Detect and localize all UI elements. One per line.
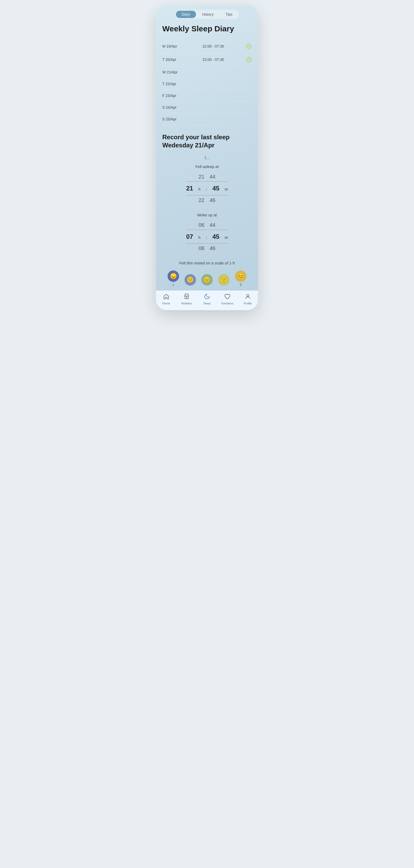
sleep-entry-sun[interactable]: S 25/Apr xyxy=(162,114,252,125)
main-content: Weekly Sleep Diary M 19/Apr 22:00 - 07:3… xyxy=(156,22,258,310)
nav-label-nutrition: Nutrition xyxy=(181,302,192,305)
nav-item-nutrition[interactable]: Nutrition xyxy=(179,293,195,305)
fell-asleep-picker[interactable]: 21 44 21 h : 45 m 22 46 xyxy=(162,172,252,205)
nav-item-emotions[interactable]: Emotions xyxy=(219,293,235,305)
woke-up-selected: 07 h : 45 m xyxy=(186,230,228,244)
fell-asleep-selected: 21 h : 45 m xyxy=(186,181,228,195)
sleep-entry-fri[interactable]: F 23/Apr xyxy=(162,90,252,102)
emoji-circle-1: 😞 xyxy=(168,271,179,282)
emoji-num-5: 5 xyxy=(240,283,241,287)
emotions-icon xyxy=(224,293,231,301)
day-label-mon: M 19/Apr xyxy=(162,44,181,48)
tab-tips[interactable]: Tips xyxy=(220,11,238,18)
emoji-circle-4: 🙂 xyxy=(218,274,230,286)
sleep-entry-tue[interactable]: T 20/Apr 22:00 - 07:30 xyxy=(162,53,252,66)
tab-diary[interactable]: Diary xyxy=(176,11,196,18)
woke-up-below: 08 46 xyxy=(199,244,216,253)
nav-item-home[interactable]: Home xyxy=(158,293,174,305)
day-label-sat: S 24/Apr xyxy=(162,105,181,110)
profile-icon xyxy=(245,293,251,301)
time-range-tue: 22:00 - 07:30 xyxy=(181,58,246,62)
dot-mon xyxy=(246,43,252,49)
day-label-fri: F 23/Apr xyxy=(162,94,181,98)
page-title: Weekly Sleep Diary xyxy=(162,24,252,33)
emoji-circle-5: 😊 xyxy=(235,271,246,282)
emoji-scale: 😞 1 😕 😐 🙂 xyxy=(162,271,252,287)
day-label-sun: S 25/Apr xyxy=(162,117,181,121)
emoji-item-3[interactable]: 😐 xyxy=(201,274,213,287)
woke-up-above: 06 44 xyxy=(199,220,216,230)
sleep-entry-wed[interactable]: W 21/Apr xyxy=(162,66,252,78)
day-label-wed: W 21/Apr xyxy=(162,70,181,74)
record-section: Record your last sleep Wedesday 21/Apr I… xyxy=(162,133,252,287)
fell-asleep-below: 22 46 xyxy=(199,195,216,205)
time-range-mon: 22:00 - 07:30 xyxy=(181,44,246,48)
nav-label-profile: Profile xyxy=(244,302,252,305)
emoji-item-2[interactable]: 😕 xyxy=(184,274,196,287)
fell-asleep-above: 21 44 xyxy=(199,172,216,181)
emoji-num-1: 1 xyxy=(173,283,174,287)
sleep-entries-list: M 19/Apr 22:00 - 07:30 T 20/Apr 22:00 - … xyxy=(162,40,252,125)
rested-label: Felt this rested on a scale of 1-5 xyxy=(162,261,252,265)
nav-item-sleep[interactable]: Sleep xyxy=(199,293,215,305)
dot-tue xyxy=(246,57,252,62)
fell-asleep-label: Fell asleep at xyxy=(162,164,252,169)
emoji-item-1[interactable]: 😞 1 xyxy=(168,271,179,287)
home-icon xyxy=(163,293,169,301)
sleep-entry-mon[interactable]: M 19/Apr 22:00 - 07:30 xyxy=(162,40,252,53)
phone-container: Diary History Tips Weekly Sleep Diary M … xyxy=(156,5,258,310)
tab-history[interactable]: History xyxy=(197,11,219,18)
emoji-circle-3: 😐 xyxy=(201,274,213,286)
nav-label-home: Home xyxy=(162,302,170,305)
sleep-icon xyxy=(204,293,210,301)
record-title: Record your last sleep Wedesday 21/Apr xyxy=(162,133,252,149)
svg-point-1 xyxy=(247,294,249,297)
day-label-thu: T 22/Apr xyxy=(162,82,181,86)
rested-section: Felt this rested on a scale of 1-5 😞 1 😕 xyxy=(162,261,252,287)
top-tab-bar: Diary History Tips xyxy=(156,5,258,22)
nav-item-profile[interactable]: Profile xyxy=(240,293,256,305)
day-label-tue: T 20/Apr xyxy=(162,58,181,62)
emoji-item-4[interactable]: 🙂 xyxy=(218,274,230,287)
woke-up-label: Woke up at xyxy=(162,213,252,217)
bottom-nav: Home Nutrition Sleep xyxy=(156,290,258,310)
nav-label-sleep: Sleep xyxy=(203,302,211,305)
ellipsis-text: I... xyxy=(162,155,252,160)
woke-up-section: Woke up at 06 44 07 h : 45 m 08 xyxy=(162,213,252,253)
nutrition-icon xyxy=(183,293,190,301)
sleep-entry-thu[interactable]: T 22/Apr xyxy=(162,78,252,90)
fell-asleep-section: Fell asleep at 21 44 21 h : 45 m 22 xyxy=(162,164,252,205)
sleep-entry-sat[interactable]: S 24/Apr xyxy=(162,102,252,114)
emoji-circle-2: 😕 xyxy=(184,274,196,286)
woke-up-picker[interactable]: 06 44 07 h : 45 m 08 46 xyxy=(162,220,252,253)
nav-label-emotions: Emotions xyxy=(221,302,233,305)
emoji-item-5[interactable]: 😊 5 xyxy=(235,271,246,287)
